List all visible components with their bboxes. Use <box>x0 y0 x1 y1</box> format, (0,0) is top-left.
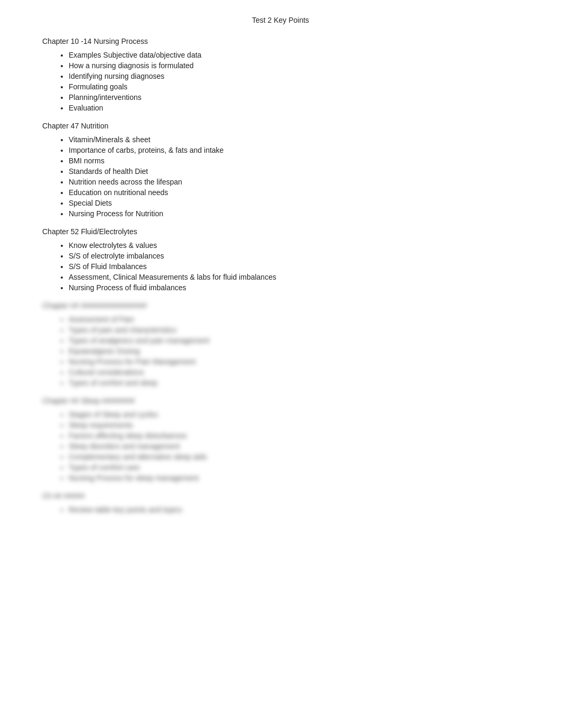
list-item: Equianalgesic Dosing <box>69 347 519 355</box>
list-item: Nursing Process for sleep management <box>69 474 519 482</box>
chapter-heading-ch-blurred-1: Chapter ## ################ <box>42 301 519 310</box>
chapter-section-ch-blurred-2: Chapter ## Sleep ########Stages of Sleep… <box>42 397 519 482</box>
list-item: Types of comfort and sleep <box>69 379 519 387</box>
list-item: Examples Subjective data/objective data <box>69 51 519 59</box>
list-item: Complementary and alternative sleep aids <box>69 453 519 461</box>
chapter-section-ch52: Chapter 52 Fluid/ElectrolytesKnow electr… <box>42 227 519 292</box>
chapter-list-ch52: Know electrolytes & valuesS/S of electro… <box>42 241 519 292</box>
list-item: Evaluation <box>69 104 519 112</box>
list-item: Know electrolytes & values <box>69 241 519 250</box>
list-item: Special Diets <box>69 199 519 207</box>
list-item: Stages of Sleep and cycles <box>69 410 519 419</box>
chapter-heading-ch-blurred-2: Chapter ## Sleep ######## <box>42 397 519 405</box>
chapter-heading-ch52: Chapter 52 Fluid/Electrolytes <box>42 227 519 236</box>
list-item: How a nursing diagnosis is formulated <box>69 61 519 70</box>
chapter-list-ch47: Vitamin/Minerals & sheetImportance of ca… <box>42 135 519 218</box>
chapter-heading-ch-blurred-3: Ch ## ##### <box>42 492 519 500</box>
chapter-section-ch-blurred-1: Chapter ## ################Assessment of… <box>42 301 519 387</box>
list-item: Assessment, Clinical Measurements & labs… <box>69 273 519 281</box>
list-item: Factors affecting sleep disturbances <box>69 431 519 440</box>
list-item: S/S of Fluid Imbalances <box>69 262 519 271</box>
chapter-section-ch47: Chapter 47 NutritionVitamin/Minerals & s… <box>42 122 519 218</box>
chapters-container: Chapter 10 -14 Nursing ProcessExamples S… <box>42 37 519 514</box>
list-item: Review table key points and topics <box>69 505 519 514</box>
list-item: Nursing Process of fluid imbalances <box>69 283 519 292</box>
list-item: BMI norms <box>69 156 519 165</box>
chapter-heading-ch47: Chapter 47 Nutrition <box>42 122 519 130</box>
list-item: Assessment of Pain <box>69 315 519 324</box>
chapter-section-ch10-14: Chapter 10 -14 Nursing ProcessExamples S… <box>42 37 519 112</box>
list-item: Nursing Process for Pain Management <box>69 357 519 366</box>
chapter-list-ch-blurred-1: Assessment of PainTypes of pain and char… <box>42 315 519 387</box>
list-item: Sleep disorders and management <box>69 442 519 450</box>
chapter-section-ch-blurred-3: Ch ## #####Review table key points and t… <box>42 492 519 514</box>
list-item: Vitamin/Minerals & sheet <box>69 135 519 144</box>
list-item: Education on nutritional needs <box>69 188 519 197</box>
list-item: Types of pain and characteristics <box>69 326 519 334</box>
list-item: Planning/interventions <box>69 93 519 102</box>
list-item: Nutrition needs across the lifespan <box>69 178 519 186</box>
chapter-list-ch-blurred-2: Stages of Sleep and cyclesSleep requirem… <box>42 410 519 482</box>
list-item: Sleep requirements <box>69 421 519 429</box>
list-item: Types of comfort care <box>69 463 519 472</box>
list-item: Importance of carbs, proteins, & fats an… <box>69 146 519 154</box>
chapter-heading-ch10-14: Chapter 10 -14 Nursing Process <box>42 37 519 45</box>
list-item: Types of analgesics and pain management <box>69 336 519 345</box>
chapter-list-ch-blurred-3: Review table key points and topics <box>42 505 519 514</box>
chapter-list-ch10-14: Examples Subjective data/objective dataH… <box>42 51 519 112</box>
list-item: Cultural considerations <box>69 368 519 376</box>
list-item: Identifying nursing diagnoses <box>69 72 519 80</box>
list-item: Formulating goals <box>69 82 519 91</box>
list-item: Nursing Process for Nutrition <box>69 209 519 218</box>
list-item: Standards of health Diet <box>69 167 519 176</box>
list-item: S/S of electrolyte imbalances <box>69 252 519 260</box>
page-title: Test 2 Key Points <box>42 16 519 24</box>
